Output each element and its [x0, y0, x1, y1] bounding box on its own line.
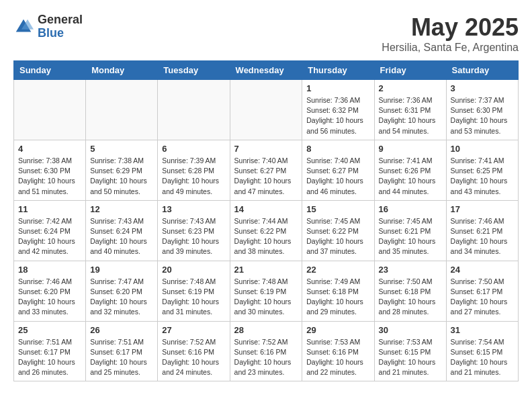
- day-info: Sunrise: 7:41 AM Sunset: 6:26 PM Dayligh…: [379, 156, 442, 197]
- day-info: Sunrise: 7:39 AM Sunset: 6:28 PM Dayligh…: [162, 156, 225, 197]
- day-number: 31: [451, 325, 514, 335]
- calendar-cell: 27Sunrise: 7:52 AM Sunset: 6:16 PM Dayli…: [158, 321, 230, 381]
- week-row-3: 18Sunrise: 7:46 AM Sunset: 6:20 PM Dayli…: [14, 261, 519, 321]
- calendar-cell: 20Sunrise: 7:48 AM Sunset: 6:19 PM Dayli…: [158, 261, 230, 321]
- day-info: Sunrise: 7:47 AM Sunset: 6:20 PM Dayligh…: [90, 277, 153, 318]
- calendar-cell: [14, 80, 86, 140]
- calendar-cell: 18Sunrise: 7:46 AM Sunset: 6:20 PM Dayli…: [14, 261, 86, 321]
- calendar-cell: 14Sunrise: 7:44 AM Sunset: 6:22 PM Dayli…: [230, 200, 302, 261]
- day-info: Sunrise: 7:51 AM Sunset: 6:17 PM Dayligh…: [90, 337, 153, 378]
- calendar-cell: 22Sunrise: 7:49 AM Sunset: 6:18 PM Dayli…: [302, 261, 374, 321]
- calendar-cell: 5Sunrise: 7:38 AM Sunset: 6:29 PM Daylig…: [86, 140, 158, 200]
- logo-general: General: [38, 13, 83, 27]
- calendar-cell: 7Sunrise: 7:40 AM Sunset: 6:27 PM Daylig…: [230, 140, 302, 200]
- day-number: 26: [90, 325, 153, 335]
- day-number: 8: [306, 144, 369, 154]
- day-info: Sunrise: 7:46 AM Sunset: 6:21 PM Dayligh…: [451, 216, 514, 257]
- day-number: 9: [379, 144, 442, 154]
- day-info: Sunrise: 7:36 AM Sunset: 6:31 PM Dayligh…: [379, 95, 442, 136]
- day-number: 28: [234, 325, 298, 335]
- day-number: 12: [90, 204, 153, 214]
- day-number: 10: [451, 144, 514, 154]
- day-info: Sunrise: 7:42 AM Sunset: 6:24 PM Dayligh…: [18, 216, 81, 257]
- month-title: May 2025: [382, 13, 519, 42]
- day-number: 11: [18, 204, 81, 214]
- day-info: Sunrise: 7:36 AM Sunset: 6:32 PM Dayligh…: [306, 95, 369, 136]
- week-row-1: 4Sunrise: 7:38 AM Sunset: 6:30 PM Daylig…: [14, 140, 519, 200]
- day-info: Sunrise: 7:38 AM Sunset: 6:30 PM Dayligh…: [18, 156, 81, 197]
- day-number: 13: [162, 204, 225, 214]
- day-number: 2: [379, 83, 442, 93]
- calendar-cell: 31Sunrise: 7:54 AM Sunset: 6:15 PM Dayli…: [446, 321, 518, 381]
- calendar-cell: 28Sunrise: 7:52 AM Sunset: 6:16 PM Dayli…: [230, 321, 302, 381]
- day-info: Sunrise: 7:48 AM Sunset: 6:19 PM Dayligh…: [162, 277, 225, 318]
- day-number: 25: [18, 325, 81, 335]
- week-row-0: 1Sunrise: 7:36 AM Sunset: 6:32 PM Daylig…: [14, 80, 519, 140]
- calendar-cell: 10Sunrise: 7:41 AM Sunset: 6:25 PM Dayli…: [446, 140, 518, 200]
- day-number: 1: [306, 83, 369, 93]
- title-area: May 2025 Hersilia, Santa Fe, Argentina: [382, 13, 519, 54]
- calendar-cell: 23Sunrise: 7:50 AM Sunset: 6:18 PM Dayli…: [374, 261, 446, 321]
- calendar-cell: 3Sunrise: 7:37 AM Sunset: 6:30 PM Daylig…: [446, 80, 518, 140]
- dow-header-wednesday: Wednesday: [230, 61, 302, 80]
- calendar-cell: 17Sunrise: 7:46 AM Sunset: 6:21 PM Dayli…: [446, 200, 518, 261]
- day-info: Sunrise: 7:49 AM Sunset: 6:18 PM Dayligh…: [306, 277, 369, 318]
- day-info: Sunrise: 7:37 AM Sunset: 6:30 PM Dayligh…: [451, 95, 514, 136]
- day-number: 4: [18, 144, 81, 154]
- day-number: 20: [162, 265, 225, 275]
- calendar-cell: [158, 80, 230, 140]
- calendar-cell: 6Sunrise: 7:39 AM Sunset: 6:28 PM Daylig…: [158, 140, 230, 200]
- calendar-cell: 19Sunrise: 7:47 AM Sunset: 6:20 PM Dayli…: [86, 261, 158, 321]
- day-number: 21: [234, 265, 298, 275]
- calendar-cell: [230, 80, 302, 140]
- day-info: Sunrise: 7:53 AM Sunset: 6:15 PM Dayligh…: [379, 337, 442, 378]
- day-info: Sunrise: 7:44 AM Sunset: 6:22 PM Dayligh…: [234, 216, 298, 257]
- day-info: Sunrise: 7:54 AM Sunset: 6:15 PM Dayligh…: [451, 337, 514, 378]
- day-info: Sunrise: 7:50 AM Sunset: 6:18 PM Dayligh…: [379, 277, 442, 318]
- day-number: 27: [162, 325, 225, 335]
- calendar-cell: 24Sunrise: 7:50 AM Sunset: 6:17 PM Dayli…: [446, 261, 518, 321]
- calendar-cell: 13Sunrise: 7:43 AM Sunset: 6:23 PM Dayli…: [158, 200, 230, 261]
- calendar-cell: 26Sunrise: 7:51 AM Sunset: 6:17 PM Dayli…: [86, 321, 158, 381]
- day-number: 6: [162, 144, 225, 154]
- day-info: Sunrise: 7:50 AM Sunset: 6:17 PM Dayligh…: [451, 277, 514, 318]
- day-number: 22: [306, 265, 369, 275]
- week-row-4: 25Sunrise: 7:51 AM Sunset: 6:17 PM Dayli…: [14, 321, 519, 381]
- dow-header-sunday: Sunday: [14, 61, 86, 80]
- calendar-cell: 21Sunrise: 7:48 AM Sunset: 6:19 PM Dayli…: [230, 261, 302, 321]
- logo-text: General Blue: [38, 13, 83, 40]
- dow-header-thursday: Thursday: [302, 61, 374, 80]
- day-number: 24: [451, 265, 514, 275]
- day-number: 19: [90, 265, 153, 275]
- day-number: 5: [90, 144, 153, 154]
- day-info: Sunrise: 7:45 AM Sunset: 6:21 PM Dayligh…: [379, 216, 442, 257]
- calendar-cell: 2Sunrise: 7:36 AM Sunset: 6:31 PM Daylig…: [374, 80, 446, 140]
- day-number: 29: [306, 325, 369, 335]
- day-info: Sunrise: 7:52 AM Sunset: 6:16 PM Dayligh…: [162, 337, 225, 378]
- day-info: Sunrise: 7:40 AM Sunset: 6:27 PM Dayligh…: [306, 156, 369, 197]
- calendar-cell: 29Sunrise: 7:53 AM Sunset: 6:16 PM Dayli…: [302, 321, 374, 381]
- day-info: Sunrise: 7:48 AM Sunset: 6:19 PM Dayligh…: [234, 277, 298, 318]
- calendar-table: SundayMondayTuesdayWednesdayThursdayFrid…: [13, 60, 519, 381]
- calendar-cell: 8Sunrise: 7:40 AM Sunset: 6:27 PM Daylig…: [302, 140, 374, 200]
- day-info: Sunrise: 7:46 AM Sunset: 6:20 PM Dayligh…: [18, 277, 81, 318]
- calendar-body: 1Sunrise: 7:36 AM Sunset: 6:32 PM Daylig…: [14, 80, 519, 381]
- dow-header-tuesday: Tuesday: [158, 61, 230, 80]
- calendar-cell: 1Sunrise: 7:36 AM Sunset: 6:32 PM Daylig…: [302, 80, 374, 140]
- calendar-cell: [86, 80, 158, 140]
- calendar-cell: 11Sunrise: 7:42 AM Sunset: 6:24 PM Dayli…: [14, 200, 86, 261]
- location-title: Hersilia, Santa Fe, Argentina: [382, 42, 519, 54]
- day-number: 16: [379, 204, 442, 214]
- day-info: Sunrise: 7:40 AM Sunset: 6:27 PM Dayligh…: [234, 156, 298, 197]
- day-number: 23: [379, 265, 442, 275]
- day-number: 7: [234, 144, 298, 154]
- calendar-cell: 12Sunrise: 7:43 AM Sunset: 6:24 PM Dayli…: [86, 200, 158, 261]
- dow-header-monday: Monday: [86, 61, 158, 80]
- calendar-cell: 30Sunrise: 7:53 AM Sunset: 6:15 PM Dayli…: [374, 321, 446, 381]
- calendar-cell: 25Sunrise: 7:51 AM Sunset: 6:17 PM Dayli…: [14, 321, 86, 381]
- day-info: Sunrise: 7:43 AM Sunset: 6:23 PM Dayligh…: [162, 216, 225, 257]
- logo-blue: Blue: [38, 27, 83, 40]
- day-info: Sunrise: 7:38 AM Sunset: 6:29 PM Dayligh…: [90, 156, 153, 197]
- day-number: 30: [379, 325, 442, 335]
- dow-header-friday: Friday: [374, 61, 446, 80]
